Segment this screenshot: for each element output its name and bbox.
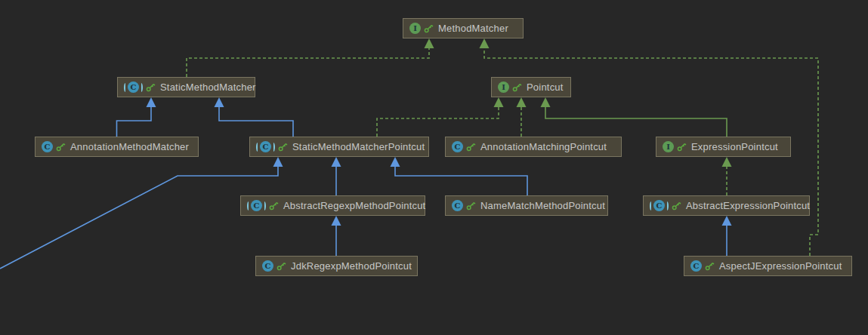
class-name: StaticMethodMatcherPointcut (292, 141, 425, 152)
edge-abstractregexpmethodpointcut-extends-staticmethodmatcherpointcut[interactable] (332, 157, 341, 195)
class-name: StaticMethodMatcher (160, 81, 256, 93)
class-icon: C (42, 141, 53, 152)
interface-icon: I (498, 81, 509, 93)
edge-abstractexpressionpointcut-implements-expressionpointcut[interactable] (722, 157, 732, 195)
class-name: AbstractRegexpMethodPointcut (283, 200, 425, 211)
class-name: ExpressionPointcut (691, 141, 778, 152)
class-name: AnnotationMatchingPointcut (480, 141, 607, 152)
interface-icon: I (409, 23, 421, 34)
key-icon (146, 82, 156, 92)
class-node-methodmatcher[interactable]: I MethodMatcher (403, 18, 524, 38)
class-node-expressionpointcut[interactable]: I ExpressionPointcut (656, 137, 791, 157)
class-icon: C (452, 141, 463, 152)
key-icon (466, 142, 476, 152)
class-node-annotationmatchingpointcut[interactable]: C AnnotationMatchingPointcut (445, 137, 622, 157)
edge-annotationmatchingpointcut-implements-pointcut[interactable] (517, 97, 527, 137)
edge-jdkregexpmethodpointcut-extends-abstractregexpmethodpointcut[interactable] (332, 216, 341, 256)
abstract-class-icon: C (650, 200, 669, 211)
class-node-staticmethodmatcher[interactable]: C StaticMethodMatcher (117, 77, 255, 97)
class-node-namematchmethodpointcut[interactable]: C NameMatchMethodPointcut (445, 195, 608, 216)
abstract-class-icon: C (247, 200, 266, 211)
edge-annotationmethodmatcher-extends-staticmethodmatcher[interactable] (117, 97, 156, 137)
class-icon: C (262, 260, 273, 272)
diagram-canvas[interactable]: I MethodMatcher C StaticMethodMatcher I … (0, 0, 868, 335)
edges-layer (0, 0, 868, 335)
key-icon (56, 142, 66, 152)
class-icon: C (690, 260, 702, 272)
class-name: MethodMatcher (438, 23, 508, 34)
key-icon (424, 23, 434, 33)
key-icon (705, 261, 715, 271)
key-icon (672, 201, 681, 211)
class-name: JdkRegexpMethodPointcut (291, 260, 412, 272)
key-icon (278, 142, 288, 152)
key-icon (677, 142, 687, 152)
key-icon (269, 201, 279, 211)
edge-staticmethodmatcher-implements-methodmatcher[interactable] (187, 38, 434, 77)
class-name: AnnotationMethodMatcher (70, 141, 189, 152)
key-icon (276, 261, 286, 271)
key-icon (466, 201, 476, 211)
class-name: NameMatchMethodPointcut (480, 200, 605, 211)
class-node-pointcut[interactable]: I Pointcut (491, 77, 571, 97)
class-node-staticmethodmatcherpointcut[interactable]: C StaticMethodMatcherPointcut (249, 137, 429, 157)
class-name: AspectJExpressionPointcut (719, 260, 842, 272)
class-node-annotationmethodmatcher[interactable]: C AnnotationMethodMatcher (35, 137, 199, 157)
interface-icon: I (663, 141, 674, 152)
class-name: AbstractExpressionPointcut (686, 200, 810, 211)
edge-staticmethodmatcherpointcut-extends-staticmethodmatcher[interactable] (215, 97, 294, 137)
class-icon: C (452, 200, 463, 211)
class-node-aspectjexpressionpointcut[interactable]: C AspectJExpressionPointcut (684, 256, 852, 276)
class-node-abstractregexpmethodpointcut[interactable]: C AbstractRegexpMethodPointcut (240, 195, 425, 216)
edge-namematchmethodpointcut-extends-staticmethodmatcherpointcut[interactable] (391, 157, 528, 195)
abstract-class-icon: C (256, 141, 275, 152)
edge-aspectjexpressionpointcut-extends-abstractexpressionpointcut[interactable] (722, 216, 732, 256)
key-icon (512, 82, 522, 92)
edge-staticmethodmatcherpointcut-implements-pointcut[interactable] (377, 97, 504, 137)
edge-expressionpointcut-extends-pointcut[interactable] (541, 97, 727, 137)
class-node-jdkregexpmethodpointcut[interactable]: C JdkRegexpMethodPointcut (255, 256, 418, 276)
class-node-abstractexpressionpointcut[interactable]: C AbstractExpressionPointcut (643, 195, 810, 216)
abstract-class-icon: C (124, 81, 143, 93)
class-name: Pointcut (527, 81, 564, 93)
